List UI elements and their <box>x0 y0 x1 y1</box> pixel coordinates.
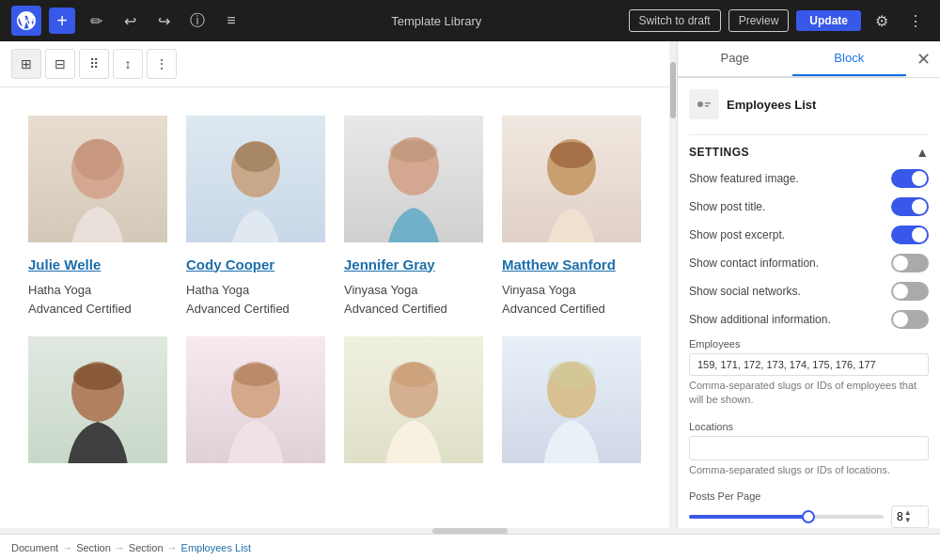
employee-photo <box>28 336 167 463</box>
toggle-label: Show contact information. <box>689 257 819 270</box>
locations-field-group: Locations Comma-separated slugs or IDs o… <box>689 421 929 477</box>
block-info: Employees List <box>689 89 929 119</box>
employee-photo <box>28 116 167 242</box>
info-icon[interactable]: ⓘ <box>184 8 211 34</box>
employee-photo <box>502 116 641 242</box>
toggle-post-excerpt[interactable] <box>891 226 929 244</box>
block-tab[interactable]: Block <box>792 41 907 76</box>
list-view-icon[interactable]: ≡ <box>218 8 244 34</box>
toggle-row-post-excerpt: Show post excerpt. <box>689 226 929 244</box>
breadcrumb-sep: → <box>167 542 178 553</box>
toggle-contact-info[interactable] <box>891 254 929 272</box>
posts-per-page-slider-row: 8 ▲ ▼ <box>689 506 929 528</box>
employees-field-group: Employees Comma-separated slugs or IDs o… <box>689 338 929 408</box>
vertical-scrollbar[interactable] <box>669 41 677 528</box>
list-item: Cody Cooper Hatha YogaAdvanced Certified <box>177 106 335 327</box>
settings-label: Settings <box>689 146 749 159</box>
switch-to-draft-button[interactable]: Switch to draft <box>629 9 721 32</box>
scroll-thumb[interactable] <box>670 62 676 118</box>
employee-grid: Julie Welle Hatha YogaAdvanced Certified… <box>0 87 669 505</box>
posts-per-page-decrement[interactable]: ▼ <box>904 517 912 524</box>
employee-specialty: Hatha YogaAdvanced Certified <box>186 281 325 318</box>
preview-button[interactable]: Preview <box>728 9 790 32</box>
more-block-options[interactable]: ⋮ <box>147 49 177 79</box>
more-options-button[interactable]: ⋮ <box>902 8 929 34</box>
svg-point-10 <box>73 364 122 390</box>
breadcrumb-employees-list[interactable]: Employees List <box>181 542 252 553</box>
toggle-additional-info[interactable] <box>891 310 929 329</box>
align-button[interactable]: ⊟ <box>45 49 75 79</box>
employees-input[interactable] <box>689 353 929 376</box>
drag-handle[interactable]: ⠿ <box>79 49 109 79</box>
breadcrumb-section-1[interactable]: Section <box>76 542 111 553</box>
employee-photo <box>344 336 483 463</box>
settings-button[interactable]: ⚙ <box>869 8 895 34</box>
posts-per-page-value: 8 ▲ ▼ <box>891 506 929 528</box>
svg-point-2 <box>79 160 117 179</box>
employee-specialty: Vinyasa YogaAdvanced Certified <box>502 281 641 318</box>
svg-point-16 <box>548 361 595 389</box>
svg-point-14 <box>391 363 436 387</box>
panel-header: Page Block ✕ <box>678 41 940 78</box>
redo-icon[interactable]: ↪ <box>150 8 177 34</box>
right-panel: Page Block ✕ Employees List S <box>677 41 940 528</box>
editor-title: Template Library <box>252 14 621 28</box>
locations-label: Locations <box>689 421 929 432</box>
svg-rect-19 <box>705 105 709 107</box>
toggle-featured-image[interactable] <box>891 169 929 188</box>
employee-photo <box>186 336 325 463</box>
employee-name[interactable]: Matthew Sanford <box>502 256 641 274</box>
add-block-button[interactable]: + <box>49 8 75 34</box>
toggle-label: Show additional information. <box>689 313 831 326</box>
toggle-row-featured-image: Show featured image. <box>689 169 929 188</box>
posts-per-page-group: Posts Per Page 8 ▲ ▼ <box>689 490 929 528</box>
block-icon <box>689 89 719 119</box>
panel-content: Employees List Settings ▲ Show featured … <box>678 78 940 528</box>
editor-area: ⊞ ⊟ ⠿ ↕ ⋮ J <box>0 41 669 528</box>
list-item <box>335 327 493 486</box>
toggle-post-title[interactable] <box>891 197 929 216</box>
svg-point-12 <box>233 364 278 386</box>
settings-section-header: Settings ▲ <box>689 145 929 160</box>
posts-per-page-label: Posts Per Page <box>689 490 929 502</box>
employees-hint: Comma-separated slugs or IDs of employee… <box>689 379 929 408</box>
svg-point-8 <box>550 142 593 168</box>
svg-point-17 <box>697 101 703 107</box>
move-up-down-button[interactable]: ↕ <box>113 49 143 79</box>
breadcrumb-document[interactable]: Document <box>11 542 58 553</box>
topbar-actions: Switch to draft Preview Update ⚙ ⋮ <box>629 8 929 34</box>
employees-label: Employees <box>689 338 929 350</box>
grid-view-button[interactable]: ⊞ <box>11 49 41 79</box>
list-item: Jennifer Gray Vinyasa YogaAdvanced Certi… <box>335 106 493 327</box>
toggle-social-networks[interactable] <box>891 282 929 301</box>
employee-photo <box>502 336 641 463</box>
list-item: Julie Welle Hatha YogaAdvanced Certified <box>19 106 177 327</box>
tools-icon[interactable]: ✏ <box>83 8 109 34</box>
panel-close-button[interactable]: ✕ <box>906 42 940 76</box>
toggle-label: Show post title. <box>689 200 765 213</box>
block-name: Employees List <box>727 98 816 112</box>
breadcrumb-section-2[interactable]: Section <box>129 542 164 553</box>
locations-hint: Comma-separated slugs or IDs of location… <box>689 463 929 477</box>
settings-collapse-button[interactable]: ▲ <box>916 145 929 160</box>
toggle-row-post-title: Show post title. <box>689 197 929 216</box>
posts-per-page-slider[interactable] <box>689 515 884 519</box>
list-item <box>19 327 177 486</box>
svg-point-4 <box>235 142 276 172</box>
list-item <box>493 327 650 486</box>
employee-name[interactable]: Jennifer Gray <box>344 256 483 274</box>
toggle-row-additional-info: Show additional information. <box>689 310 929 329</box>
locations-input[interactable] <box>689 436 929 460</box>
undo-icon[interactable]: ↩ <box>117 8 143 34</box>
employee-name[interactable]: Cody Cooper <box>186 256 325 274</box>
wp-logo[interactable] <box>11 6 41 36</box>
topbar: + ✏ ↩ ↪ ⓘ ≡ Template Library Switch to d… <box>0 0 940 41</box>
employee-specialty: Vinyasa YogaAdvanced Certified <box>344 281 483 318</box>
update-button[interactable]: Update <box>796 10 861 31</box>
toggle-label: Show featured image. <box>689 172 799 185</box>
employee-photo <box>344 116 483 242</box>
employee-name[interactable]: Julie Welle <box>28 256 167 274</box>
bottom-bar: Document → Section → Section → Employees… <box>0 534 940 560</box>
page-tab[interactable]: Page <box>678 41 792 76</box>
toggle-row-social-networks: Show social networks. <box>689 282 929 301</box>
